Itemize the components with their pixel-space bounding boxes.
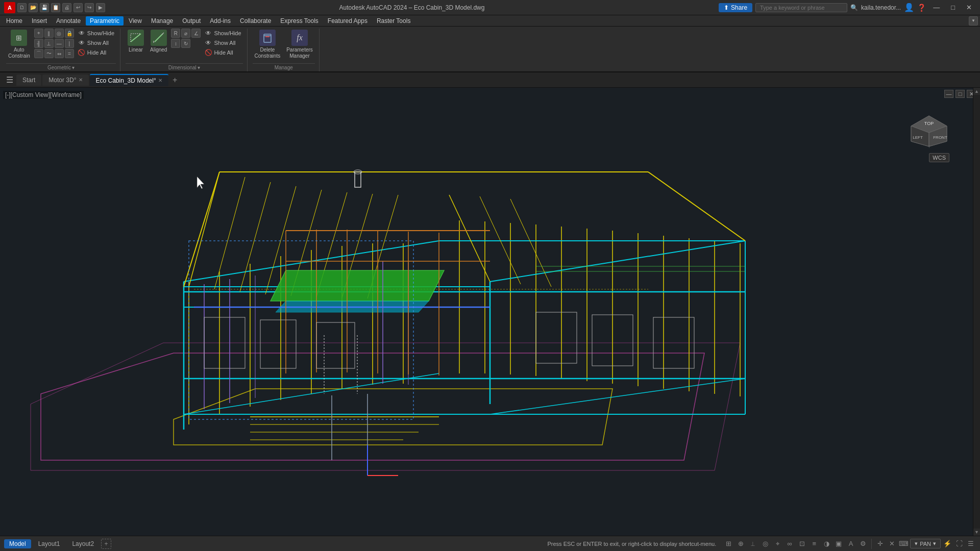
add-layout-button[interactable]: + bbox=[101, 539, 111, 549]
geom-hideall-button[interactable]: 🚫 Hide All bbox=[76, 48, 116, 57]
coincident-icon[interactable]: ⌖ bbox=[34, 29, 43, 38]
save-icon[interactable]: 💾 bbox=[40, 3, 49, 12]
workspace-icon[interactable]: ⚙ bbox=[858, 539, 868, 549]
dim-hideall-button[interactable]: 🚫 Hide All bbox=[203, 48, 242, 57]
publish-icon[interactable]: ▶ bbox=[96, 3, 105, 12]
snap-toggle[interactable]: ⊕ bbox=[736, 539, 746, 549]
selection-toggle[interactable]: ▣ bbox=[834, 539, 844, 549]
menu-expresstools[interactable]: Express Tools bbox=[276, 16, 322, 26]
pan-mode-indicator[interactable]: ▾ PAN ▾ bbox=[910, 539, 941, 548]
polar-toggle[interactable]: ◎ bbox=[760, 539, 770, 549]
tab-ecocabin-close[interactable]: ✕ bbox=[158, 78, 162, 83]
search-input[interactable] bbox=[755, 3, 847, 12]
viewport-maximize-btn[interactable]: □ bbox=[955, 90, 965, 98]
menu-rastertools[interactable]: Raster Tools bbox=[373, 16, 414, 26]
viewport-minimize-btn[interactable]: — bbox=[944, 90, 953, 98]
parameters-manager-button[interactable]: fx ParametersManager bbox=[284, 29, 315, 60]
aligned-button[interactable]: Aligned bbox=[148, 29, 169, 54]
grid-toggle[interactable]: ⊞ bbox=[723, 539, 733, 549]
minimize-button[interactable]: — bbox=[929, 3, 944, 12]
share-button[interactable]: ⬆ Share bbox=[719, 3, 752, 12]
clean-screen-icon[interactable]: ⛶ bbox=[954, 539, 964, 549]
menu-annotate[interactable]: Annotate bbox=[52, 16, 85, 26]
menu-featuredapps[interactable]: Featured Apps bbox=[324, 16, 372, 26]
scroll-down-arrow[interactable]: ▼ bbox=[973, 529, 980, 536]
horizontal-icon[interactable]: — bbox=[55, 39, 64, 48]
menu-addins[interactable]: Add-ins bbox=[206, 16, 235, 26]
dim-showhide-button[interactable]: 👁 Show/Hide bbox=[203, 29, 242, 38]
auto-constrain-button[interactable]: ⊞ AutoConstrain bbox=[6, 29, 32, 60]
cancel-icon[interactable]: ✕ bbox=[887, 539, 897, 549]
geometric-showhide-col: 👁 Show/Hide 👁 Show All 🚫 Hide All bbox=[76, 29, 116, 57]
viewcube[interactable]: TOP LEFT FRONT ↑ bbox=[909, 113, 949, 149]
account-icon[interactable]: 👤 bbox=[904, 3, 914, 12]
menu-output[interactable]: Output bbox=[178, 16, 205, 26]
fixed-icon[interactable]: 🔒 bbox=[65, 29, 74, 38]
scrollbar-vertical[interactable]: ▲ ▼ bbox=[973, 88, 980, 536]
menu-collaborate[interactable]: Collaborate bbox=[236, 16, 275, 26]
layout1-tab[interactable]: Layout1 bbox=[33, 539, 65, 548]
layout2-tab[interactable]: Layout2 bbox=[67, 539, 99, 548]
open-file-icon[interactable]: 📂 bbox=[29, 3, 38, 12]
help-icon[interactable]: ❓ bbox=[917, 4, 926, 12]
diameter-icon[interactable]: ⌀ bbox=[181, 29, 190, 38]
save-as-icon[interactable]: 📋 bbox=[51, 3, 60, 12]
wcs-label[interactable]: WCS bbox=[929, 153, 949, 162]
menu-parametric[interactable]: Parametric bbox=[86, 16, 124, 26]
undo-icon[interactable]: ↩ bbox=[74, 3, 83, 12]
menu-home[interactable]: Home bbox=[2, 16, 27, 26]
tab-start[interactable]: Start bbox=[16, 74, 41, 86]
linear-button[interactable]: Linear bbox=[126, 29, 146, 54]
ducs-toggle[interactable]: ⊡ bbox=[797, 539, 807, 549]
print-icon[interactable]: 🖨 bbox=[62, 3, 71, 12]
dimensional-dropdown-arrow[interactable]: ▾ bbox=[198, 65, 200, 70]
otrack-toggle[interactable]: ∞ bbox=[785, 539, 795, 549]
geom-showhide-button[interactable]: 👁 Show/Hide bbox=[76, 29, 116, 38]
search-icon[interactable]: 🔍 bbox=[850, 4, 858, 11]
ortho-toggle[interactable]: ⟂ bbox=[748, 539, 758, 549]
dim-showall-button[interactable]: 👁 Show All bbox=[203, 38, 242, 47]
parallel-icon[interactable]: ╢ bbox=[34, 39, 43, 48]
convert-icon[interactable]: ↻ bbox=[181, 39, 190, 48]
crosshair-icon[interactable]: ✛ bbox=[875, 539, 885, 549]
ordinate-icon[interactable]: ↕ bbox=[171, 39, 180, 48]
tab-motor3d[interactable]: Motor 3D° ✕ bbox=[42, 74, 88, 86]
vertical-icon[interactable]: | bbox=[65, 39, 74, 48]
tab-motor3d-close[interactable]: ✕ bbox=[79, 77, 83, 83]
menu-view[interactable]: View bbox=[125, 16, 146, 26]
annotation-toggle[interactable]: A bbox=[846, 539, 856, 549]
smooth-icon[interactable]: 〜 bbox=[44, 49, 54, 58]
close-button[interactable]: ✕ bbox=[962, 3, 976, 12]
maximize-button[interactable]: □ bbox=[947, 3, 959, 12]
new-file-icon[interactable]: 🗋 bbox=[17, 3, 27, 12]
menu-hamburger[interactable]: ☰ bbox=[4, 74, 15, 86]
hardware-accel-icon[interactable]: ⚡ bbox=[942, 539, 952, 549]
model-tab[interactable]: Model bbox=[4, 539, 31, 548]
scroll-up-arrow[interactable]: ▲ bbox=[973, 88, 980, 95]
scroll-track[interactable] bbox=[973, 95, 980, 529]
user-account[interactable]: kaila.tenedor... bbox=[861, 4, 901, 11]
concentric-icon[interactable]: ◎ bbox=[55, 29, 64, 38]
tangent-icon[interactable]: ⌒ bbox=[34, 49, 43, 58]
menu-insert[interactable]: Insert bbox=[28, 16, 51, 26]
symmetric-icon[interactable]: ⇔ bbox=[55, 49, 64, 58]
geom-showall-button[interactable]: 👁 Show All bbox=[76, 38, 116, 47]
redo-icon[interactable]: ↪ bbox=[85, 3, 94, 12]
customize-icon[interactable]: ☰ bbox=[966, 539, 976, 549]
menu-manage[interactable]: Manage bbox=[147, 16, 177, 26]
perpendicular-icon[interactable]: ⊥ bbox=[44, 39, 54, 48]
delete-constraints-button[interactable]: DeleteConstraints bbox=[253, 29, 283, 60]
command-line-icon[interactable]: ⌨ bbox=[898, 539, 909, 549]
transparency-toggle[interactable]: ◑ bbox=[821, 539, 831, 549]
angle-icon[interactable]: ∠ bbox=[191, 29, 201, 38]
osnap-toggle[interactable]: ⌖ bbox=[772, 539, 782, 549]
collinear-icon[interactable]: ∥ bbox=[44, 29, 54, 38]
aligned-icon bbox=[151, 30, 167, 46]
new-tab-button[interactable]: + bbox=[169, 74, 181, 86]
radius-icon[interactable]: R bbox=[171, 29, 180, 38]
geometric-dropdown-arrow[interactable]: ▾ bbox=[72, 65, 75, 70]
ribbon-toggle[interactable]: ▼ bbox=[969, 16, 978, 26]
equal-icon[interactable]: = bbox=[65, 49, 74, 58]
tab-ecocabin[interactable]: Eco Cabin_3D Model° ✕ bbox=[90, 74, 168, 86]
lineweight-toggle[interactable]: ≡ bbox=[809, 539, 819, 549]
